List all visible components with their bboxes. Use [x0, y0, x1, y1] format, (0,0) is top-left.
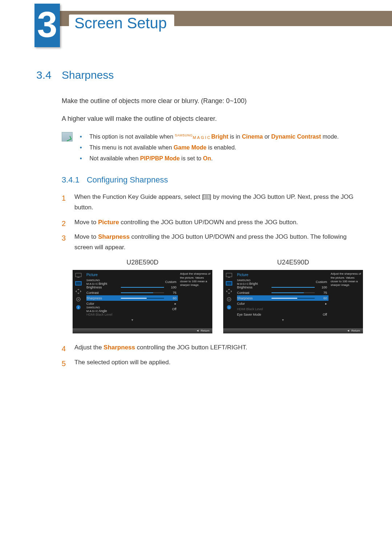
svg-rect-1: [77, 277, 79, 278]
osd-footer: ◄ Return: [223, 328, 363, 333]
osd-row-brightness: Brightness100: [86, 284, 178, 290]
svg-rect-11: [226, 282, 232, 285]
svg-rect-9: [228, 277, 230, 278]
osd-row-contrast: Contrast75: [86, 290, 178, 295]
osd-icon-monitor: [226, 273, 232, 278]
svg-rect-8: [226, 273, 232, 277]
steps-list-cont: Adjust the Sharpness controlling the JOG…: [62, 342, 363, 368]
osd-row-brightness: Brightness100: [237, 284, 328, 290]
osd-icon-info: i: [75, 305, 82, 310]
osd-row-hdmi: HDMI Black Level: [86, 312, 178, 317]
section-number: 3.4: [36, 69, 62, 81]
step-3: Move to Sharpness controlling the JOG bu…: [62, 232, 363, 253]
osd-row-sharpness: Sharpness60: [237, 295, 328, 301]
subsection-heading: 3.4.1 Configuring Sharpness: [62, 175, 363, 185]
osd-scroll-down: ▾: [86, 318, 178, 322]
osd-icon-picture: [75, 281, 82, 286]
osd-row-sharpness: Sharpness60: [86, 295, 178, 301]
note-item-2: This menu is not available when Game Mod…: [80, 142, 339, 153]
svg-rect-0: [75, 273, 81, 277]
osd-header: Picture: [86, 273, 178, 277]
steps-list: When the Function Key Guide appears, sel…: [62, 192, 363, 253]
svg-rect-3: [76, 282, 81, 285]
note-block: This option is not available when SAMSUN…: [62, 131, 363, 164]
intro-p1: Make the outline of objects more clear o…: [62, 96, 363, 106]
osd-row-contrast: Contrast75: [237, 290, 328, 295]
subsection-title: Configuring Sharpness: [87, 175, 168, 185]
svg-point-5: [78, 299, 79, 300]
chapter-number: 3: [34, 4, 60, 45]
osd-panel-a: i Picture SAMSUNGMAGICBrightCustom Brigh…: [73, 270, 212, 333]
osd-icon-monitor: [75, 273, 82, 278]
osd-row-eye: Eye Saver ModeOff: [237, 312, 328, 317]
osd-row-magic-angle: SAMSUNGMAGICAngleOff: [86, 306, 178, 312]
osd-icon-gear: [226, 297, 232, 302]
osd-row-magic-bright: SAMSUNGMAGICBrightCustom: [86, 279, 178, 284]
osd-row-hdmi: HDMI Black Level: [237, 306, 328, 312]
model-a-label: U28E590D: [73, 259, 212, 266]
page-header: 3 Screen Setup: [0, 0, 392, 36]
section-heading: 3.4 Sharpness: [36, 69, 363, 81]
chapter-badge: 3: [34, 4, 60, 47]
osd-screenshots: U28E590D i Picture SAMSUNGMAGICBrightCus…: [73, 259, 363, 333]
step-4: Adjust the Sharpness controlling the JOG…: [62, 342, 363, 353]
osd-scroll-down: ▾: [237, 318, 328, 322]
note-icon: [62, 132, 73, 141]
osd-row-magic-bright: SAMSUNGMAGICBrightCustom: [237, 279, 328, 284]
model-b-label: U24E590D: [223, 259, 363, 266]
osd-footer: ◄ Return: [73, 328, 212, 333]
osd-side-text: Adjust the sharpness of the picture. Val…: [180, 272, 211, 287]
note-item-3: Not available when PIP/PBP Mode is set t…: [80, 153, 339, 164]
step-2: Move to Picture controlling the JOG butt…: [62, 217, 363, 228]
osd-side-text: Adjust the sharpness of the picture. Val…: [331, 272, 362, 287]
osd-panel-b: i Picture SAMSUNGMAGICBrightCustom Brigh…: [223, 270, 363, 333]
osd-icon-info: i: [226, 305, 232, 310]
osd-icon-gear: [75, 297, 82, 302]
osd-icon-picture: [226, 281, 232, 286]
chapter-title: Screen Setup: [69, 15, 174, 34]
osd-icon-arrows: [226, 289, 232, 294]
osd-row-color: Color▸: [237, 301, 328, 306]
step-5: The selected option will be applied.: [62, 357, 363, 368]
osd-icon-arrows: [75, 289, 82, 294]
menu-icon: [204, 194, 209, 199]
svg-point-13: [229, 299, 230, 300]
step-1: When the Function Key Guide appears, sel…: [62, 192, 363, 213]
osd-header: Picture: [237, 273, 328, 277]
note-list: This option is not available when SAMSUN…: [80, 131, 339, 164]
subsection-num: 3.4.1: [62, 175, 79, 185]
note-item-1: This option is not available when SAMSUN…: [80, 131, 339, 142]
intro-p2: A higher value will make the outline of …: [62, 114, 363, 124]
section-title: Sharpness: [62, 69, 114, 81]
